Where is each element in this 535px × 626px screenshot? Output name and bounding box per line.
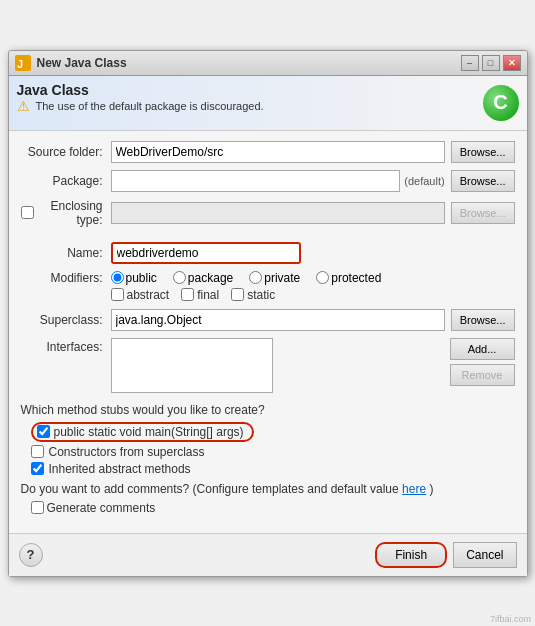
generate-comments-checkbox[interactable] [31,501,44,514]
source-folder-field [111,141,445,163]
enclosing-type-input[interactable] [111,202,445,224]
eclipse-logo: C [483,85,519,121]
stub-constructors-item: Constructors from superclass [31,445,515,459]
comments-question-end: ) [429,482,433,496]
comments-generate-option[interactable]: Generate comments [31,501,515,515]
modifier-private-label: private [264,271,300,285]
source-folder-label: Source folder: [21,145,111,159]
superclass-input[interactable] [111,309,445,331]
dialog-footer: ? Finish Cancel [9,533,527,576]
source-folder-input[interactable] [111,141,445,163]
modifier-public-radio[interactable] [111,271,124,284]
modifier-public-option[interactable]: public [111,271,157,285]
comments-option-row: Generate comments [31,501,515,515]
modifier-package-radio[interactable] [173,271,186,284]
stub-main-checkbox[interactable] [37,425,50,438]
modifiers-row: Modifiers: public package private [21,271,515,302]
stub-inherited-label: Inherited abstract methods [49,462,191,476]
stub-main-label: public static void main(String[] args) [54,425,244,439]
modifier-abstract-checkbox[interactable] [111,288,124,301]
dialog-content: Java Class ⚠ The use of the default pack… [9,76,527,533]
maximize-button[interactable]: □ [482,55,500,71]
new-java-class-dialog: J New Java Class – □ ✕ Java Class ⚠ The … [8,50,528,577]
stub-constructors-checkbox[interactable] [31,445,44,458]
modifier-public-label: public [126,271,157,285]
interfaces-buttons: Add... Remove [450,338,515,386]
section-title: Java Class [17,82,264,98]
generate-comments-label: Generate comments [47,501,156,515]
watermark: 7ifbai.com [490,614,531,624]
package-row: Package: (default) Browse... [21,170,515,192]
interfaces-textarea[interactable] [111,338,273,393]
modifier-abstract-label: abstract [127,288,170,302]
name-input[interactable] [111,242,301,264]
modifier-static-option[interactable]: static [231,288,275,302]
modifier-protected-label: protected [331,271,381,285]
modifier-static-checkbox[interactable] [231,288,244,301]
warning-row: ⚠ The use of the default package is disc… [17,98,264,114]
close-button[interactable]: ✕ [503,55,521,71]
package-field: (default) [111,170,445,192]
modifier-private-radio[interactable] [249,271,262,284]
package-input[interactable] [111,170,401,192]
modifier-static-label: static [247,288,275,302]
modifier-protected-radio[interactable] [316,271,329,284]
modifiers-options: public package private protected [111,271,386,302]
interfaces-remove-button[interactable]: Remove [450,364,515,386]
superclass-label: Superclass: [21,313,111,327]
interfaces-add-button[interactable]: Add... [450,338,515,360]
source-folder-row: Source folder: Browse... [21,141,515,163]
section-header: Java Class ⚠ The use of the default pack… [9,76,527,131]
stub-inherited-checkbox[interactable] [31,462,44,475]
comments-question: Do you want to add comments? (Configure … [21,482,515,496]
title-bar: J New Java Class – □ ✕ [9,51,527,76]
help-button[interactable]: ? [19,543,43,567]
modifiers-line2: abstract final static [111,288,386,302]
package-default-text: (default) [404,175,444,187]
modifier-package-label: package [188,271,233,285]
modifier-package-option[interactable]: package [173,271,233,285]
package-browse-button[interactable]: Browse... [451,170,515,192]
modifier-final-checkbox[interactable] [181,288,194,301]
comments-question-text: Do you want to add comments? (Configure … [21,482,399,496]
interfaces-field [111,338,444,396]
modifier-private-option[interactable]: private [249,271,300,285]
interfaces-label: Interfaces: [21,338,111,354]
modifier-abstract-option[interactable]: abstract [111,288,170,302]
package-label: Package: [21,174,111,188]
modifier-protected-option[interactable]: protected [316,271,381,285]
stub-constructors-label: Constructors from superclass [49,445,205,459]
minimize-button[interactable]: – [461,55,479,71]
enclosing-type-checkbox[interactable] [21,206,34,219]
comments-link[interactable]: here [402,482,426,496]
superclass-row: Superclass: Browse... [21,309,515,331]
comments-section: Do you want to add comments? (Configure … [21,482,515,515]
stub-inherited-item: Inherited abstract methods [31,462,515,476]
footer-left: ? [19,543,43,567]
name-label: Name: [21,246,111,260]
modifiers-line1: public package private protected [111,271,386,285]
modifier-final-option[interactable]: final [181,288,219,302]
warning-icon: ⚠ [17,98,30,114]
stubs-options: public static void main(String[] args) C… [31,422,515,476]
enclosing-label: Enclosing type: [21,199,111,227]
modifiers-label: Modifiers: [21,271,111,285]
footer-right: Finish Cancel [375,542,516,568]
finish-button[interactable]: Finish [375,542,447,568]
source-folder-browse-button[interactable]: Browse... [451,141,515,163]
cancel-button[interactable]: Cancel [453,542,516,568]
window-title: New Java Class [37,56,127,70]
stubs-question: Which method stubs would you like to cre… [21,403,515,417]
superclass-browse-button[interactable]: Browse... [451,309,515,331]
title-bar-left: J New Java Class [15,55,127,71]
superclass-field [111,309,445,331]
enclosing-browse-button[interactable]: Browse... [451,202,515,224]
enclosing-field [111,202,445,224]
interfaces-row: Interfaces: Add... Remove [21,338,515,396]
stubs-section: Which method stubs would you like to cre… [21,403,515,476]
enclosing-type-row: Enclosing type: Browse... [21,199,515,227]
section-header-text: Java Class ⚠ The use of the default pack… [17,82,264,124]
stub-main-item: public static void main(String[] args) [31,422,515,442]
stub-main-highlight: public static void main(String[] args) [31,422,254,442]
name-row: Name: [21,242,515,264]
